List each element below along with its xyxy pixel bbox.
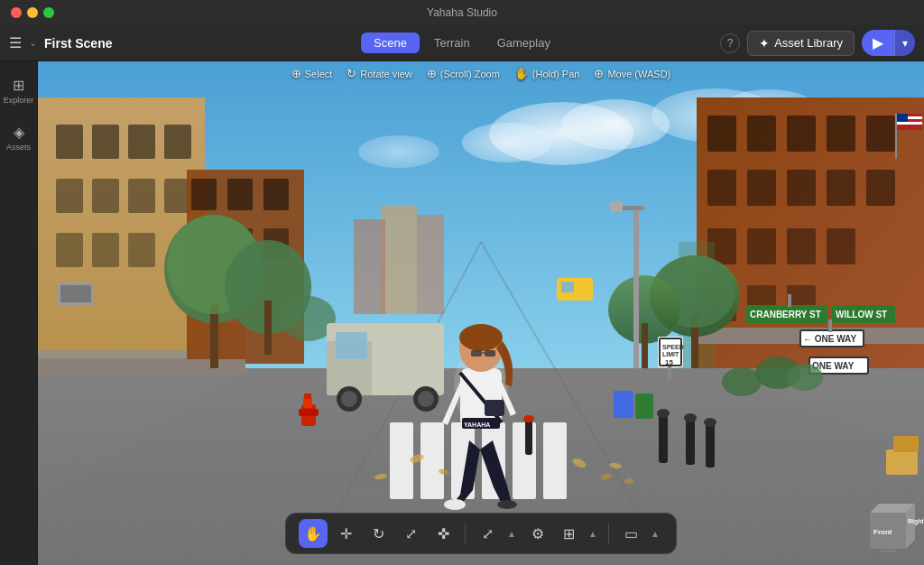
vp-move-tool[interactable]: ⊕ Move (WASD) [594, 67, 670, 80]
svg-text:YAHAHA: YAHAHA [464, 421, 490, 428]
svg-point-111 [684, 413, 697, 422]
svg-rect-51 [827, 228, 855, 264]
svg-point-138 [787, 364, 823, 391]
svg-rect-114 [633, 206, 639, 368]
svg-rect-45 [787, 170, 816, 206]
svg-text:LIMIT: LIMIT [662, 351, 679, 357]
svg-point-2 [561, 99, 670, 150]
tab-scene[interactable]: Scene [361, 32, 420, 53]
svg-rect-89 [390, 422, 413, 499]
svg-rect-130 [828, 320, 832, 332]
svg-rect-46 [827, 170, 855, 206]
svg-point-107 [657, 409, 670, 418]
vp-pan-tool[interactable]: ✋ (Hold) Pan [514, 67, 580, 80]
resize-tool-button[interactable]: ⤢ [473, 519, 502, 548]
svg-rect-13 [92, 125, 119, 159]
svg-point-84 [341, 391, 357, 407]
svg-rect-134 [635, 394, 653, 419]
svg-rect-145 [485, 400, 504, 416]
resize-tool-dropdown[interactable]: ▲ [504, 519, 520, 548]
svg-text:Right: Right [908, 518, 924, 525]
svg-rect-18 [128, 179, 155, 213]
svg-rect-24 [60, 285, 91, 302]
svg-rect-55 [895, 114, 897, 159]
asset-library-label: Asset Library [774, 36, 843, 50]
svg-rect-125 [788, 294, 791, 307]
move-tool-button[interactable]: ✛ [331, 519, 360, 548]
minimize-button[interactable] [27, 7, 38, 18]
tab-terrain[interactable]: Terrain [421, 32, 483, 53]
svg-point-147 [459, 324, 503, 351]
svg-rect-16 [56, 179, 83, 213]
scene-canvas: SPEED LIMIT 15 CRANBERRY ST WILLOW ST ← … [38, 61, 924, 565]
tab-gameplay[interactable]: Gameplay [485, 32, 563, 53]
svg-point-3 [462, 123, 552, 162]
resize-tool-group: ⤢ ▲ [473, 519, 520, 548]
svg-rect-76 [264, 301, 272, 355]
zoom-icon: ⊕ [427, 67, 437, 80]
svg-rect-133 [614, 391, 633, 418]
svg-rect-60 [897, 114, 908, 122]
svg-point-139 [722, 367, 762, 396]
grid-button[interactable]: ⊞ [554, 519, 583, 548]
toolbar-tabs: Scene Terrain Gameplay [361, 32, 563, 53]
svg-point-113 [523, 415, 534, 422]
pan-label: (Hold) Pan [532, 69, 580, 79]
svg-rect-112 [525, 419, 532, 455]
traffic-lights [11, 7, 54, 18]
viewport[interactable]: SPEED LIMIT 15 CRANBERRY ST WILLOW ST ← … [38, 61, 924, 565]
svg-rect-47 [866, 170, 895, 206]
play-dropdown-button[interactable]: ▾ [894, 30, 915, 56]
viewport-toolbar: ⊕ Select ↻ Rotate view ⊕ (Scroll) Zoom ✋… [38, 67, 924, 80]
svg-point-142 [497, 500, 517, 509]
svg-text:CRANBERRY ST: CRANBERRY ST [750, 310, 821, 320]
svg-rect-38 [707, 116, 736, 152]
maximize-button[interactable] [43, 7, 54, 18]
left-sidebar: ⊞ Explorer ◈ Assets [0, 61, 38, 565]
svg-rect-90 [420, 422, 444, 499]
grid-dropdown[interactable]: ▲ [585, 519, 601, 548]
select-label: Select [305, 69, 333, 79]
vp-rotate-tool[interactable]: ↻ Rotate view [346, 67, 411, 80]
main-content: ⊞ Explorer ◈ Assets [0, 61, 924, 565]
assets-label: Assets [6, 143, 31, 152]
svg-rect-41 [827, 116, 855, 152]
svg-rect-29 [191, 179, 217, 210]
asset-library-button[interactable]: ✦ Asset Library [747, 31, 855, 56]
svg-rect-50 [787, 228, 816, 264]
svg-text:Front: Front [873, 528, 892, 536]
vp-select-tool[interactable]: ⊕ Select [291, 67, 333, 80]
hamburger-icon[interactable]: ☰ [9, 34, 22, 51]
chevron-icon[interactable]: ⌄ [29, 37, 37, 49]
vp-zoom-tool[interactable]: ⊕ (Scroll) Zoom [427, 67, 500, 80]
help-button[interactable]: ? [720, 33, 740, 53]
settings-button[interactable]: ⚙ [523, 519, 552, 548]
svg-text:15: 15 [665, 358, 673, 366]
svg-rect-8 [417, 215, 444, 314]
camera-dropdown[interactable]: ▲ [647, 519, 663, 548]
svg-rect-94 [543, 422, 567, 499]
svg-rect-71 [642, 323, 648, 368]
sidebar-item-assets[interactable]: ◈ Assets [3, 116, 35, 159]
grid-tool-group: ⚙ ⊞ ▲ [523, 519, 601, 548]
svg-rect-7 [381, 206, 417, 314]
close-button[interactable] [11, 7, 22, 18]
svg-point-109 [704, 418, 716, 427]
explorer-label: Explorer [4, 96, 34, 105]
play-button[interactable]: ▶ [862, 30, 894, 56]
scene-title: First Scene [44, 36, 112, 51]
svg-rect-43 [707, 170, 736, 206]
camera-button[interactable]: ▭ [616, 519, 645, 548]
svg-text:SPEED: SPEED [662, 344, 684, 350]
rotate-tool-button[interactable]: ↻ [364, 519, 393, 548]
cursor-icon: ⊕ [291, 67, 301, 80]
transform-tool-button[interactable]: ✜ [429, 519, 457, 548]
sidebar-item-explorer[interactable]: ⊞ Explorer [3, 69, 35, 112]
scale-tool-button[interactable]: ⤢ [396, 519, 425, 548]
play-button-group: ▶ ▾ [862, 30, 915, 56]
window-title: Yahaha Studio [427, 6, 497, 19]
svg-rect-22 [128, 233, 155, 267]
svg-text:← ONE WAY: ← ONE WAY [803, 334, 856, 344]
hand-tool-button[interactable]: ✋ [299, 519, 328, 548]
svg-point-86 [418, 391, 434, 407]
